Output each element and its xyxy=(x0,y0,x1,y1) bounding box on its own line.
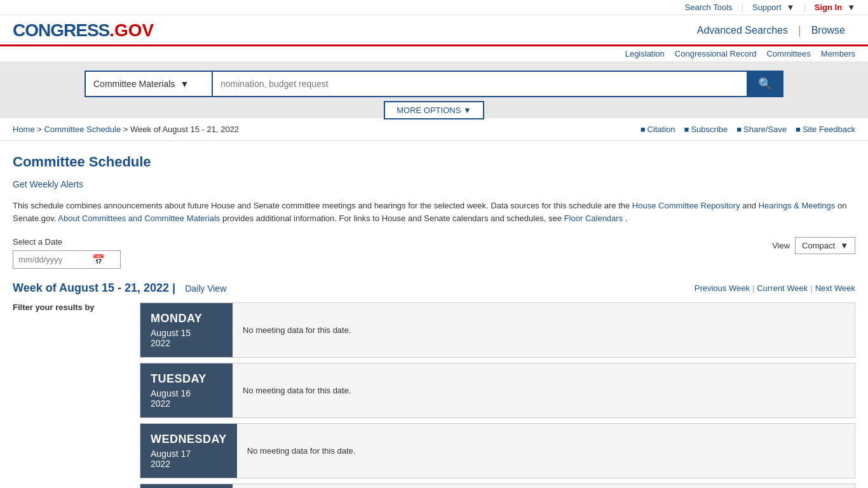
no-meeting-text: No meeting data for this date. xyxy=(243,386,351,395)
breadcrumb-current: Week of August 15 - 21, 2022 xyxy=(130,125,239,134)
view-dropdown-arrow-icon: ▼ xyxy=(840,241,848,250)
week-title: Week of August 15 - 21, 2022 | Daily Vie… xyxy=(13,281,226,295)
date-selector: Select a Date 📅 xyxy=(13,237,121,269)
day-content: No meeting data for this date. xyxy=(237,424,855,478)
about-committees-link[interactable]: About Committees and Committee Materials xyxy=(58,214,220,223)
get-weekly-alerts-link[interactable]: Get Weekly Alerts xyxy=(13,179,83,189)
feedback-icon: ■ xyxy=(796,125,801,134)
day-block: MONDAY August 15 2022 No meeting data fo… xyxy=(140,302,855,358)
daily-view-link[interactable]: Daily View xyxy=(185,283,226,294)
logo-congress-text: CONGRESS xyxy=(13,20,109,41)
view-select-wrap: View Compact ▼ xyxy=(772,237,855,254)
day-header: TUESDAY August 16 2022 xyxy=(140,363,233,417)
citation-icon: ■ xyxy=(641,125,646,134)
citation-link[interactable]: ■ Citation xyxy=(641,125,675,134)
day-name: MONDAY xyxy=(151,312,222,325)
nav-members[interactable]: Members xyxy=(821,49,855,58)
search-type-label: Committee Materials xyxy=(93,79,175,89)
nav-legislation[interactable]: Legislation xyxy=(625,49,665,58)
next-week-link[interactable]: Next Week xyxy=(815,283,855,293)
sidebar: Filter your results by xyxy=(13,302,127,488)
search-bar: Committee Materials ▼ 🔍 MORE OPTIONS ▼ xyxy=(0,62,868,118)
search-tools-link[interactable]: Search Tools xyxy=(685,3,733,12)
floor-calendars-link[interactable]: Floor Calendars xyxy=(564,214,623,223)
view-value: Compact xyxy=(802,241,835,250)
share-save-link[interactable]: ■ Share/Save xyxy=(736,125,787,134)
breadcrumb-path: Home > Committee Schedule > Week of Augu… xyxy=(13,125,239,134)
subscribe-link[interactable]: ■ Subscribe xyxy=(684,125,728,134)
day-year: 2022 xyxy=(151,338,222,348)
day-header: THURSDAY August 18 2022 xyxy=(140,484,233,488)
calendar-icon[interactable]: 📅 xyxy=(92,254,105,266)
day-content: No meeting data for this date. xyxy=(233,484,855,488)
main-layout: Filter your results by MONDAY August 15 … xyxy=(13,302,855,488)
description-text: This schedule combines announcements abo… xyxy=(13,200,855,224)
more-options-button[interactable]: MORE OPTIONS ▼ xyxy=(384,101,484,119)
no-meeting-text: No meeting data for this date. xyxy=(247,446,356,456)
breadcrumb-committee-schedule[interactable]: Committee Schedule xyxy=(44,125,121,134)
search-type-dropdown[interactable]: Committee Materials ▼ xyxy=(85,71,212,97)
logo-gov-text: GOV xyxy=(114,20,154,41)
hearings-meetings-link[interactable]: Hearings & Meetings xyxy=(759,201,836,210)
page-title: Committee Schedule xyxy=(13,154,855,170)
share-icon: ■ xyxy=(736,125,742,134)
date-label: Select a Date xyxy=(13,237,121,247)
date-input-wrap: 📅 xyxy=(13,250,121,269)
day-header: MONDAY August 15 2022 xyxy=(140,303,233,357)
day-date: August 17 xyxy=(151,449,227,459)
day-date: August 16 xyxy=(151,388,222,398)
day-name: WEDNESDAY xyxy=(151,433,227,446)
subscribe-icon: ■ xyxy=(684,125,689,134)
main-content: Committee Schedule Get Weekly Alerts Thi… xyxy=(0,141,868,488)
breadcrumb-actions: ■ Citation ■ Subscribe ■ Share/Save ■ Si… xyxy=(641,125,855,134)
dropdown-arrow-icon: ▼ xyxy=(180,79,189,89)
more-options-label: MORE OPTIONS xyxy=(397,105,461,115)
top-bar: Search Tools | Support ▼ | Sign In ▼ xyxy=(0,0,868,15)
week-nav: Previous Week | Current Week | Next Week xyxy=(695,283,855,293)
nav-browse[interactable]: Browse xyxy=(801,22,855,39)
day-name: TUESDAY xyxy=(151,372,222,386)
main-nav: Advanced Searches | Browse xyxy=(687,22,855,39)
site-feedback-link[interactable]: ■ Site Feedback xyxy=(796,125,855,134)
day-block: THURSDAY August 18 2022 No meeting data … xyxy=(140,484,855,488)
day-date: August 15 xyxy=(151,328,222,338)
breadcrumb: Home > Committee Schedule > Week of Augu… xyxy=(0,118,868,141)
schedule-area: MONDAY August 15 2022 No meeting data fo… xyxy=(140,302,855,488)
day-year: 2022 xyxy=(151,398,222,409)
current-week-link[interactable]: Current Week xyxy=(757,283,808,293)
no-meeting-text: No meeting data for this date. xyxy=(243,325,351,335)
date-input[interactable] xyxy=(18,255,88,264)
day-year: 2022 xyxy=(151,459,227,469)
view-dropdown[interactable]: Compact ▼ xyxy=(795,237,855,254)
logo[interactable]: CONGRESS . GOV xyxy=(13,20,154,41)
search-button[interactable]: 🔍 xyxy=(747,71,783,97)
breadcrumb-home[interactable]: Home xyxy=(13,125,35,134)
house-committee-repo-link[interactable]: House Committee Repository xyxy=(632,201,740,210)
logo-dot: . xyxy=(109,20,114,41)
nav-congressional-record[interactable]: Congressional Record xyxy=(675,49,757,58)
support-link[interactable]: Support xyxy=(752,3,782,12)
day-block: WEDNESDAY August 17 2022 No meeting data… xyxy=(140,423,855,478)
nav-committees[interactable]: Committees xyxy=(766,49,810,58)
day-block: TUESDAY August 16 2022 No meeting data f… xyxy=(140,363,855,418)
week-header: Week of August 15 - 21, 2022 | Daily Vie… xyxy=(13,281,855,295)
view-label: View xyxy=(772,241,790,250)
header: CONGRESS . GOV Advanced Searches | Brows… xyxy=(0,15,868,46)
search-input[interactable] xyxy=(212,71,747,97)
secondary-nav: Legislation Congressional Record Committ… xyxy=(0,46,868,62)
filter-label: Filter your results by xyxy=(13,302,127,312)
day-header: WEDNESDAY August 17 2022 xyxy=(140,424,237,478)
previous-week-link[interactable]: Previous Week xyxy=(695,283,750,293)
search-icon: 🔍 xyxy=(758,77,772,91)
controls-row: Select a Date 📅 View Compact ▼ xyxy=(13,237,855,269)
nav-advanced-searches[interactable]: Advanced Searches xyxy=(687,22,798,39)
sign-in-link[interactable]: Sign In xyxy=(815,3,842,12)
day-content: No meeting data for this date. xyxy=(233,363,855,417)
day-content: No meeting data for this date. xyxy=(233,303,855,357)
